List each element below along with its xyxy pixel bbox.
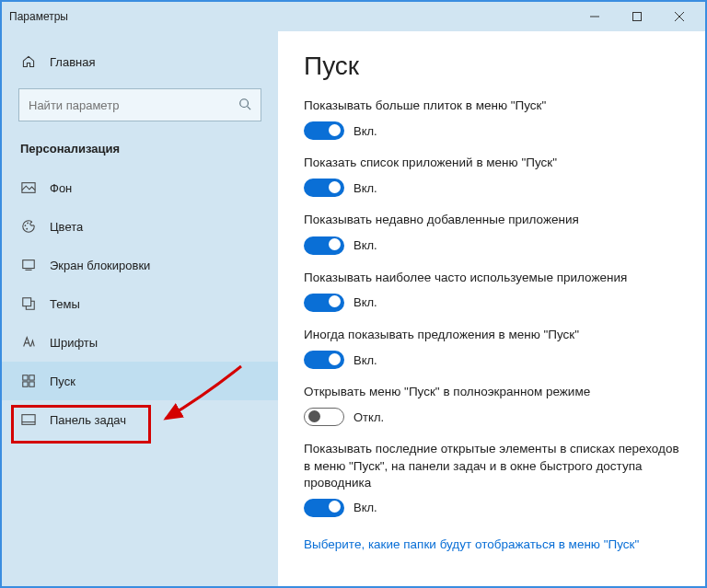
svg-rect-16 <box>29 382 34 386</box>
sidebar-item-label: Пуск <box>50 375 75 388</box>
setting-label: Показывать больше плиток в меню "Пуск" <box>304 98 679 114</box>
setting-label: Показывать последние открытые элементы в… <box>304 441 679 491</box>
fonts-icon <box>20 334 37 351</box>
svg-point-4 <box>240 98 249 107</box>
svg-rect-10 <box>23 260 34 269</box>
toggle-state-label: Откл. <box>354 410 384 424</box>
svg-point-8 <box>27 223 29 225</box>
toggle-state-label: Вкл. <box>354 353 377 367</box>
toggle-switch[interactable] <box>304 351 344 369</box>
svg-rect-13 <box>23 375 28 380</box>
setting-label: Иногда показывать предложения в меню "Пу… <box>304 327 679 343</box>
sidebar-item-colors[interactable]: Цвета <box>2 207 278 246</box>
background-icon <box>20 179 37 196</box>
sidebar-item-label: Цвета <box>50 220 83 234</box>
themes-icon <box>20 295 37 312</box>
setting-label: Показывать наиболее часто используемые п… <box>304 270 679 286</box>
toggle-state-label: Вкл. <box>354 501 377 514</box>
setting-row: Показать список приложений в меню "Пуск"… <box>304 155 679 197</box>
sidebar: Главная Персонализация Фон Цвета <box>2 31 278 586</box>
toggle-switch[interactable] <box>304 499 344 517</box>
search-input[interactable] <box>18 88 261 121</box>
setting-label: Открывать меню "Пуск" в полноэкранном ре… <box>304 384 679 400</box>
sidebar-item-label: Шрифты <box>50 336 98 350</box>
toggle-state-label: Вкл. <box>354 124 377 138</box>
setting-row: Иногда показывать предложения в меню "Пу… <box>304 327 679 369</box>
toggle-state-label: Вкл. <box>354 238 377 252</box>
svg-rect-14 <box>29 375 34 380</box>
lockscreen-icon <box>20 257 37 273</box>
setting-row: Показывать последние открытые элементы в… <box>304 441 679 517</box>
main-panel: Пуск Показывать больше плиток в меню "Пу… <box>278 31 705 586</box>
category-header: Персонализация <box>2 138 278 168</box>
svg-point-9 <box>26 228 28 230</box>
sidebar-item-label: Панель задач <box>50 413 126 427</box>
sidebar-item-background[interactable]: Фон <box>2 168 278 207</box>
setting-row: Показывать больше плиток в меню "Пуск"Вк… <box>304 98 679 140</box>
setting-row: Показывать наиболее часто используемые п… <box>304 270 679 312</box>
titlebar: Параметры <box>2 2 705 31</box>
svg-point-7 <box>25 225 27 226</box>
home-icon <box>20 53 37 70</box>
sidebar-item-label: Темы <box>50 297 80 311</box>
colors-icon <box>20 218 37 235</box>
sidebar-item-themes[interactable]: Темы <box>2 284 278 323</box>
svg-rect-12 <box>23 298 31 306</box>
svg-line-5 <box>248 106 251 110</box>
sidebar-item-label: Экран блокировки <box>50 259 150 272</box>
window-title: Параметры <box>9 10 582 23</box>
toggle-switch[interactable] <box>304 294 344 312</box>
setting-label: Показывать недавно добавленные приложени… <box>304 212 679 228</box>
minimize-button[interactable] <box>582 6 608 28</box>
maximize-button[interactable] <box>624 6 650 28</box>
svg-rect-15 <box>23 382 28 386</box>
toggle-switch[interactable] <box>304 408 344 426</box>
sidebar-item-taskbar[interactable]: Панель задач <box>2 400 278 439</box>
toggle-state-label: Вкл. <box>354 181 377 195</box>
nav-home[interactable]: Главная <box>2 46 278 77</box>
choose-folders-link[interactable]: Выберите, какие папки будут отображаться… <box>304 537 639 551</box>
toggle-switch[interactable] <box>304 236 344 255</box>
setting-row: Показывать недавно добавленные приложени… <box>304 212 679 254</box>
setting-row: Открывать меню "Пуск" в полноэкранном ре… <box>304 384 679 426</box>
page-title: Пуск <box>304 52 679 81</box>
taskbar-icon <box>20 411 37 428</box>
toggle-switch[interactable] <box>304 121 344 140</box>
search-icon <box>238 98 251 113</box>
toggle-state-label: Вкл. <box>354 295 377 309</box>
toggle-switch[interactable] <box>304 179 344 197</box>
svg-rect-17 <box>22 415 35 425</box>
sidebar-item-fonts[interactable]: Шрифты <box>2 323 278 362</box>
svg-rect-1 <box>633 13 642 21</box>
sidebar-item-start[interactable]: Пуск <box>2 362 278 400</box>
sidebar-item-lockscreen[interactable]: Экран блокировки <box>2 246 278 284</box>
sidebar-item-label: Фон <box>50 181 72 195</box>
search-field[interactable] <box>29 98 238 112</box>
start-icon <box>20 373 37 389</box>
setting-label: Показать список приложений в меню "Пуск" <box>304 155 679 171</box>
close-button[interactable] <box>666 6 692 28</box>
nav-home-label: Главная <box>50 55 95 69</box>
